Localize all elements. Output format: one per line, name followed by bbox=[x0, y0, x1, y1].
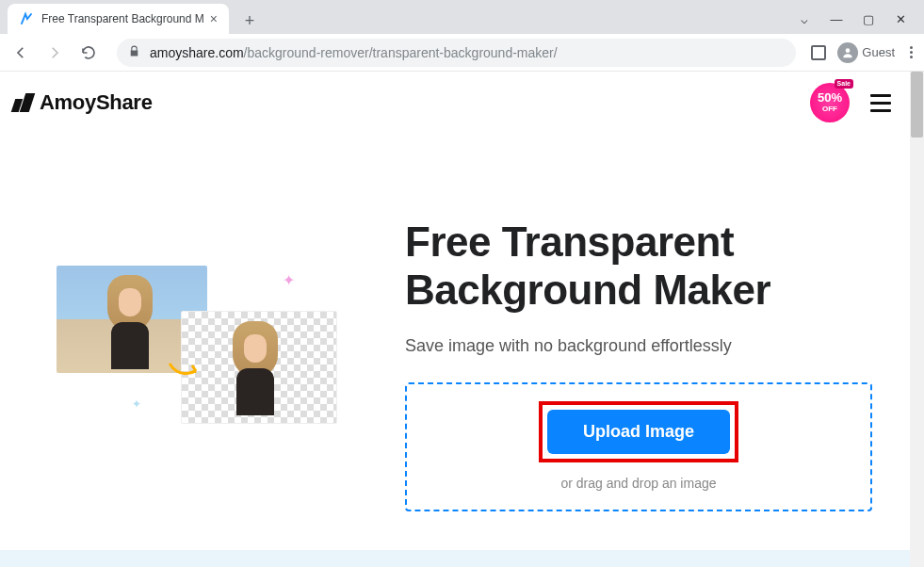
minimize-icon[interactable]: — bbox=[830, 12, 843, 26]
guest-label: Guest bbox=[862, 45, 895, 59]
logo-mark-icon bbox=[13, 93, 32, 112]
page-scrollbar[interactable] bbox=[910, 72, 924, 567]
hero-illustration: ✦ ✦ bbox=[19, 209, 377, 492]
url-text: amoyshare.com/background-remover/transpa… bbox=[150, 45, 558, 60]
tutorial-highlight: Upload Image bbox=[539, 401, 738, 462]
upload-dropzone[interactable]: Upload Image or drag and drop an image bbox=[405, 382, 872, 511]
page-content: AmoyShare Sale 50% OFF bbox=[0, 72, 910, 567]
address-bar[interactable]: amoyshare.com/background-remover/transpa… bbox=[117, 39, 796, 67]
sale-percent: 50% bbox=[818, 91, 842, 105]
page-headline: Free Transparent Background Maker bbox=[405, 219, 872, 314]
svg-point-0 bbox=[846, 48, 851, 53]
browser-menu-icon[interactable] bbox=[906, 46, 916, 58]
hero-section: ✦ ✦ Free Transparent Background Maker Sa… bbox=[0, 134, 910, 530]
sale-tag: Sale bbox=[835, 79, 853, 89]
page: AmoyShare Sale 50% OFF bbox=[0, 72, 924, 567]
upload-button[interactable]: Upload Image bbox=[547, 410, 730, 454]
browser-chrome: Free Transparent Background M × + ⌵ — ▢ … bbox=[0, 0, 924, 72]
back-button[interactable] bbox=[8, 40, 34, 66]
footer-strip bbox=[0, 550, 910, 567]
hero-copy: Free Transparent Background Maker Save i… bbox=[405, 153, 872, 511]
hamburger-menu-icon[interactable] bbox=[870, 94, 891, 112]
scrollbar-track[interactable] bbox=[910, 72, 924, 567]
site-header: AmoyShare Sale 50% OFF bbox=[0, 72, 910, 134]
close-window-icon[interactable]: ✕ bbox=[894, 12, 907, 26]
drop-hint: or drag and drop an image bbox=[416, 476, 861, 491]
browser-tab[interactable]: Free Transparent Background M × bbox=[8, 4, 229, 34]
url-host: amoyshare.com bbox=[150, 45, 244, 60]
profile-button[interactable]: Guest bbox=[837, 42, 895, 63]
tab-strip: Free Transparent Background M × + ⌵ — ▢ … bbox=[0, 0, 924, 34]
avatar-icon bbox=[837, 42, 858, 63]
reload-button[interactable] bbox=[75, 40, 102, 66]
sparkle-icon: ✦ bbox=[132, 397, 141, 411]
tab-title: Free Transparent Background M bbox=[41, 12, 204, 25]
toolbar-right: Guest bbox=[811, 42, 916, 63]
browser-toolbar: amoyshare.com/background-remover/transpa… bbox=[0, 34, 924, 72]
scrollbar-thumb[interactable] bbox=[911, 72, 923, 138]
maximize-icon[interactable]: ▢ bbox=[862, 12, 875, 26]
new-tab-button[interactable]: + bbox=[236, 8, 263, 34]
forward-button[interactable] bbox=[41, 40, 68, 66]
close-tab-icon[interactable]: × bbox=[210, 11, 218, 26]
page-subhead: Save image with no background effortless… bbox=[405, 336, 872, 356]
sale-off: OFF bbox=[822, 105, 837, 114]
arrow-icon bbox=[168, 360, 205, 379]
person-silhouette bbox=[102, 275, 158, 369]
url-path: /background-remover/transparent-backgrou… bbox=[244, 45, 558, 60]
person-silhouette bbox=[227, 321, 289, 421]
install-app-icon[interactable] bbox=[811, 45, 826, 60]
sale-badge[interactable]: Sale 50% OFF bbox=[810, 83, 850, 122]
window-controls: ⌵ — ▢ ✕ bbox=[798, 12, 924, 34]
site-logo[interactable]: AmoyShare bbox=[13, 90, 153, 115]
logo-text: AmoyShare bbox=[40, 90, 153, 115]
sparkle-icon: ✦ bbox=[283, 271, 295, 289]
site-header-right: Sale 50% OFF bbox=[810, 83, 891, 122]
favicon-icon bbox=[19, 11, 34, 26]
tab-overflow-icon[interactable]: ⌵ bbox=[798, 12, 811, 26]
lock-icon bbox=[128, 44, 140, 61]
